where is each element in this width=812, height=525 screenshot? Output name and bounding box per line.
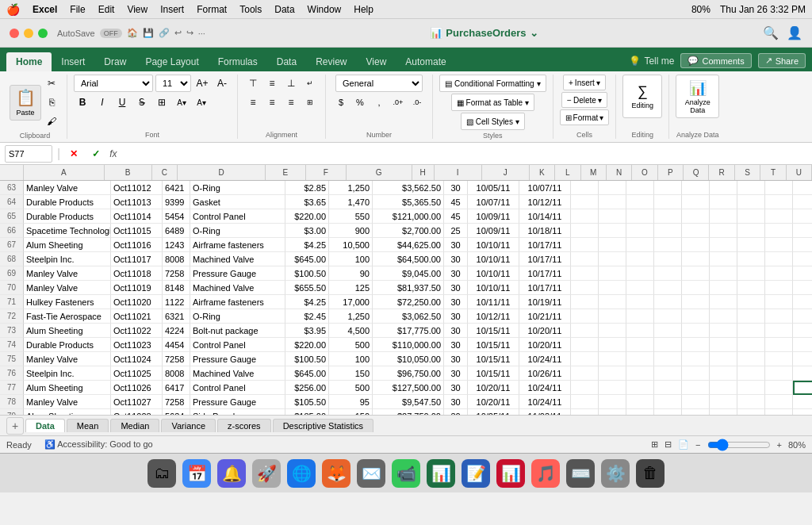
empty-cell[interactable] xyxy=(765,195,793,209)
empty-cell[interactable] xyxy=(599,238,626,252)
empty-cell[interactable] xyxy=(765,366,793,381)
data-cell[interactable]: 30 xyxy=(444,352,468,366)
empty-cell[interactable] xyxy=(626,195,654,209)
empty-cell[interactable] xyxy=(765,395,793,409)
data-cell[interactable]: 5454 xyxy=(163,209,190,224)
empty-cell[interactable] xyxy=(682,352,710,366)
empty-cell[interactable] xyxy=(682,395,710,409)
data-cell[interactable]: $5,365.50 xyxy=(373,195,444,209)
empty-cell[interactable] xyxy=(737,195,765,209)
zoom-minus[interactable]: − xyxy=(695,440,700,450)
empty-cell[interactable] xyxy=(626,209,654,224)
paste-button[interactable]: 📋 Paste xyxy=(10,85,41,121)
data-cell[interactable]: $64,500.00 xyxy=(373,252,444,266)
normal-view-btn[interactable]: ⊞ xyxy=(651,439,658,450)
tab-page-layout[interactable]: Page Layout xyxy=(136,52,208,71)
data-cell[interactable]: 10/11/11 xyxy=(468,295,519,309)
empty-cell[interactable] xyxy=(682,238,710,252)
data-cell[interactable]: 10/20/11 xyxy=(468,381,519,395)
empty-cell[interactable] xyxy=(599,366,626,381)
data-cell[interactable]: $96,750.00 xyxy=(373,366,444,381)
borders-button[interactable]: ⊞ xyxy=(153,94,170,111)
data-cell[interactable]: $72,250.00 xyxy=(373,295,444,309)
sheet-tab-desc-stats[interactable]: Descriptive Statistics xyxy=(273,419,373,432)
empty-cell[interactable] xyxy=(737,238,765,252)
cell-reference-box[interactable]: S77 xyxy=(5,145,52,163)
data-cell[interactable]: 9399 xyxy=(163,195,190,209)
empty-cell[interactable] xyxy=(793,409,812,415)
data-cell[interactable]: 900 xyxy=(329,224,373,238)
empty-cell[interactable] xyxy=(571,338,599,352)
empty-cell[interactable] xyxy=(682,281,710,295)
empty-cell[interactable] xyxy=(710,238,737,252)
empty-cell[interactable] xyxy=(571,352,599,366)
data-cell[interactable]: Durable Products xyxy=(24,338,111,352)
data-cell[interactable]: 10/15/11 xyxy=(468,324,519,338)
data-cell[interactable]: Bolt-nut package xyxy=(190,324,285,338)
empty-cell[interactable] xyxy=(571,224,599,238)
data-cell[interactable]: Alum Sheeting xyxy=(24,409,111,415)
data-cell[interactable]: Oct11015 xyxy=(111,224,163,238)
data-cell[interactable]: $645.00 xyxy=(285,366,329,381)
dock-firefox[interactable]: 🦊 xyxy=(322,459,350,488)
data-cell[interactable]: 30 xyxy=(444,181,468,195)
empty-cell[interactable] xyxy=(710,381,737,395)
data-cell[interactable]: $220.00 xyxy=(285,209,329,224)
empty-cell[interactable] xyxy=(682,366,710,381)
empty-cell[interactable] xyxy=(765,381,793,395)
data-cell[interactable]: O-Ring xyxy=(190,224,285,238)
font-color-button[interactable]: A▾ xyxy=(193,94,210,111)
data-cell[interactable]: 10/05/11 xyxy=(468,181,519,195)
data-cell[interactable]: 10/24/11 xyxy=(519,395,571,409)
data-cell[interactable]: Manley Valve xyxy=(24,281,111,295)
empty-cell[interactable] xyxy=(793,381,812,395)
data-cell[interactable]: 10/24/11 xyxy=(519,381,571,395)
dock-reminders[interactable]: 🔔 xyxy=(217,459,246,488)
empty-cell[interactable] xyxy=(682,266,710,281)
data-cell[interactable]: 10/24/11 xyxy=(519,352,571,366)
empty-cell[interactable] xyxy=(710,324,737,338)
empty-cell[interactable] xyxy=(626,381,654,395)
empty-cell[interactable] xyxy=(737,252,765,266)
data-cell[interactable]: Airframe fasteners xyxy=(190,238,285,252)
copy-button[interactable]: ⎘ xyxy=(43,94,60,111)
data-cell[interactable]: 7258 xyxy=(163,352,190,366)
data-cell[interactable]: Steelpin Inc. xyxy=(24,366,111,381)
menu-file[interactable]: File xyxy=(70,4,85,15)
align-top-btn[interactable]: ⊤ xyxy=(244,75,262,92)
empty-cell[interactable] xyxy=(710,224,737,238)
col-header-l[interactable]: L xyxy=(555,165,580,180)
menu-data[interactable]: Data xyxy=(274,4,294,15)
search-btn[interactable]: 🔍 xyxy=(763,25,779,40)
apple-menu[interactable]: 🍎 xyxy=(6,3,20,16)
data-cell[interactable]: $2.85 xyxy=(285,181,329,195)
empty-cell[interactable] xyxy=(737,281,765,295)
empty-cell[interactable] xyxy=(737,266,765,281)
data-cell[interactable]: Gasket xyxy=(190,195,285,209)
data-cell[interactable]: 30 xyxy=(444,266,468,281)
data-cell[interactable]: Oct11027 xyxy=(111,395,163,409)
bold-button[interactable]: B xyxy=(74,94,91,111)
data-cell[interactable]: Manley Valve xyxy=(24,266,111,281)
empty-cell[interactable] xyxy=(710,209,737,224)
tab-insert[interactable]: Insert xyxy=(52,52,94,71)
data-cell[interactable]: 125 xyxy=(329,281,373,295)
col-header-r[interactable]: R xyxy=(709,165,734,180)
zoom-slider[interactable] xyxy=(707,439,771,451)
conditional-formatting-btn[interactable]: ▤ Conditional Formatting ▾ xyxy=(439,75,546,92)
percent-btn[interactable]: % xyxy=(351,94,369,111)
dock-terminal[interactable]: ⌨️ xyxy=(566,459,595,488)
empty-cell[interactable] xyxy=(599,409,626,415)
empty-cell[interactable] xyxy=(626,324,654,338)
data-cell[interactable]: $185.00 xyxy=(285,409,329,415)
dock-ppt[interactable]: 📊 xyxy=(496,459,525,488)
data-cell[interactable]: Oct11016 xyxy=(111,238,163,252)
autosave-toggle[interactable]: OFF xyxy=(100,29,122,38)
data-cell[interactable]: Oct11012 xyxy=(111,181,163,195)
col-header-n[interactable]: N xyxy=(607,165,632,180)
data-cell[interactable]: 4454 xyxy=(163,338,190,352)
col-header-s[interactable]: S xyxy=(735,165,760,180)
empty-cell[interactable] xyxy=(654,409,682,415)
data-cell[interactable]: 10/21/11 xyxy=(519,309,571,324)
col-header-f[interactable]: F xyxy=(306,165,347,180)
